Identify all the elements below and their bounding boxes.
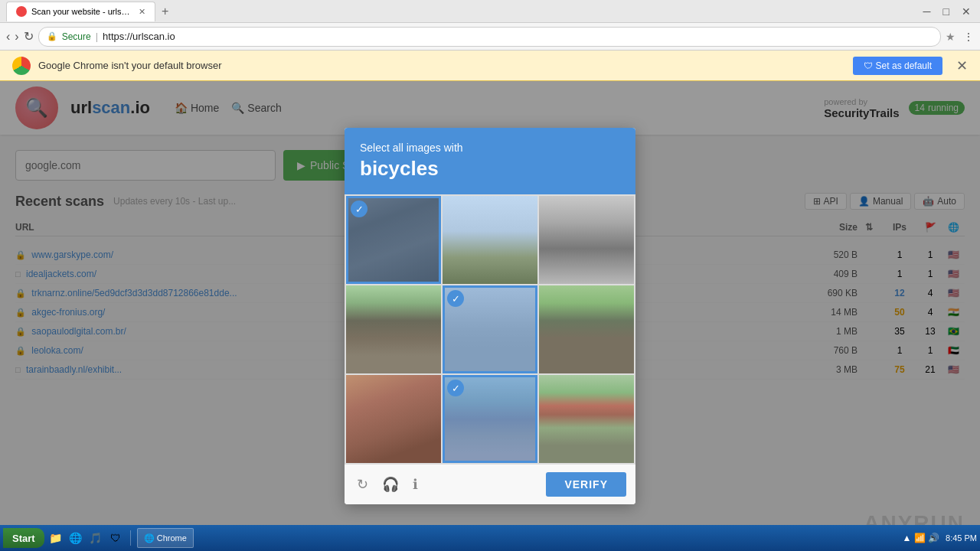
maximize-button[interactable]: □ xyxy=(940,4,952,19)
address-bar: ‹ › ↻ 🔒 Secure | https://urlscan.io ★ ⋮ xyxy=(0,23,980,51)
taskbar-icon-security[interactable]: 🛡 xyxy=(107,530,124,546)
taskbar-system-tray: ▲ 📶 🔊 8:45 PM xyxy=(902,533,977,543)
taskbar-divider xyxy=(130,530,131,546)
secure-icon: 🔒 xyxy=(47,31,57,41)
captcha-dialog: Select all images with bicycles ✓ ✓ xyxy=(345,128,635,504)
captcha-image-grid: ✓ ✓ ✓ xyxy=(345,194,635,465)
taskbar-active-app[interactable]: 🌐 Chrome xyxy=(137,528,194,548)
taskbar-clock: 8:45 PM xyxy=(946,533,977,543)
browser-menu-button[interactable]: ⋮ xyxy=(963,31,974,43)
selected-checkmark-8: ✓ xyxy=(447,380,464,396)
set-default-shield-icon: 🛡 xyxy=(864,60,873,71)
captcha-image-3[interactable] xyxy=(539,196,634,284)
captcha-image-7[interactable] xyxy=(346,375,441,463)
captcha-image-4[interactable] xyxy=(346,285,441,373)
page-content: 🔍 urlscan.io 🏠 Home 🔍 Search powered by … xyxy=(0,81,980,551)
tab-title: Scan your website - urlsca... xyxy=(31,7,131,16)
taskbar-icon-media[interactable]: 🎵 xyxy=(87,530,104,546)
start-button[interactable]: Start xyxy=(3,528,44,548)
captcha-header: Select all images with bicycles xyxy=(345,128,635,194)
captcha-image-8[interactable]: ✓ xyxy=(443,375,537,463)
captcha-refresh-button[interactable]: ↻ xyxy=(354,473,371,496)
infobar-close-button[interactable]: ✕ xyxy=(956,57,968,74)
captcha-image-6[interactable] xyxy=(539,285,634,373)
browser-titlebar: Scan your website - urlsca... ✕ + ─ □ ✕ xyxy=(0,0,980,23)
set-default-button[interactable]: 🛡 Set as default xyxy=(853,57,942,75)
system-tray-icons: ▲ 📶 🔊 xyxy=(902,533,939,543)
captcha-footer: ↻ 🎧 ℹ VERIFY xyxy=(345,465,635,504)
captcha-overlay: Select all images with bicycles ✓ ✓ xyxy=(0,81,980,551)
taskbar-chrome-icon: 🌐 xyxy=(144,533,155,543)
captcha-image-1[interactable]: ✓ xyxy=(346,196,441,284)
captcha-audio-button[interactable]: 🎧 xyxy=(379,473,402,496)
close-button[interactable]: ✕ xyxy=(959,4,974,19)
forward-button[interactable]: › xyxy=(15,30,18,44)
set-default-label: Set as default xyxy=(876,60,932,71)
captcha-image-9[interactable] xyxy=(539,375,634,463)
bookmark-button[interactable]: ★ xyxy=(946,31,956,43)
reload-button[interactable]: ↻ xyxy=(24,29,34,44)
tab-area: Scan your website - urlsca... ✕ + xyxy=(6,2,920,21)
selected-checkmark-1: ✓ xyxy=(351,201,368,217)
url-separator: | xyxy=(96,31,98,42)
captcha-info-button[interactable]: ℹ xyxy=(410,473,421,496)
captcha-verify-button[interactable]: VERIFY xyxy=(546,472,626,497)
default-browser-infobar: Google Chrome isn't your default browser… xyxy=(0,51,980,81)
minimize-button[interactable]: ─ xyxy=(920,4,934,19)
captcha-image-2[interactable] xyxy=(443,196,537,284)
captcha-instruction: Select all images with xyxy=(360,142,620,154)
url-bar[interactable]: 🔒 Secure | https://urlscan.io xyxy=(38,27,941,47)
time-display: 8:45 PM xyxy=(946,533,977,543)
new-tab-button[interactable]: + xyxy=(155,2,175,21)
infobar-message: Google Chrome isn't your default browser xyxy=(38,60,845,71)
tab-close-button[interactable]: ✕ xyxy=(139,7,145,17)
chrome-logo-icon xyxy=(12,57,31,75)
back-button[interactable]: ‹ xyxy=(6,30,10,44)
url-protocol: Secure xyxy=(62,31,91,42)
browser-window-controls: ─ □ ✕ xyxy=(920,4,974,19)
tab-favicon xyxy=(16,6,27,17)
url-text: https://urlscan.io xyxy=(103,31,175,42)
taskbar: Start 📁 🌐 🎵 🛡 🌐 Chrome ▲ 📶 🔊 8:45 PM xyxy=(0,525,980,551)
captcha-subject: bicycles xyxy=(360,157,620,181)
taskbar-icon-explorer[interactable]: 📁 xyxy=(47,530,64,546)
taskbar-icon-browser[interactable]: 🌐 xyxy=(67,530,84,546)
selected-checkmark-5: ✓ xyxy=(447,290,464,307)
active-tab[interactable]: Scan your website - urlsca... ✕ xyxy=(6,2,155,21)
captcha-image-5[interactable]: ✓ xyxy=(443,285,537,373)
